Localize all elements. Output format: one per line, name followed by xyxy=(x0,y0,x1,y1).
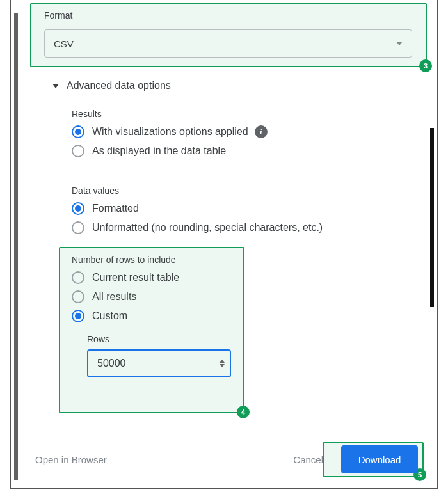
format-label: Format xyxy=(44,10,72,20)
annotation-badge-4: 4 xyxy=(237,406,250,418)
scrollbar-left xyxy=(14,13,18,480)
radio-label: Custom xyxy=(92,310,127,322)
triangle-down-icon xyxy=(52,84,59,88)
radio-icon xyxy=(72,271,84,284)
rows-group: Number of rows to include Current result… xyxy=(72,255,231,377)
radio-icon xyxy=(72,145,84,157)
results-group: Results With visualizations options appl… xyxy=(72,109,268,164)
cancel-button[interactable]: Cancel xyxy=(280,448,336,471)
rows-input-value: 50000 xyxy=(97,358,126,369)
radio-label: With visualizations options applied xyxy=(92,126,248,138)
open-in-browser-button[interactable]: Open in Browser xyxy=(30,448,112,471)
radio-label: As displayed in the data table xyxy=(92,145,226,157)
info-icon[interactable]: i xyxy=(255,125,268,138)
radio-label: Unformatted (no rounding, special charac… xyxy=(92,222,323,234)
radio-values-unformatted[interactable]: Unformatted (no rounding, special charac… xyxy=(72,221,323,234)
radio-rows-current[interactable]: Current result table xyxy=(72,271,231,284)
radio-values-formatted[interactable]: Formatted xyxy=(72,202,323,215)
radio-icon xyxy=(72,125,84,138)
rows-input-label: Rows xyxy=(87,334,231,344)
radio-label: All results xyxy=(92,291,136,303)
download-button[interactable]: Download xyxy=(341,445,418,473)
radio-icon xyxy=(72,310,84,322)
radio-label: Formatted xyxy=(92,203,139,214)
radio-icon xyxy=(72,290,84,303)
data-values-heading: Data values xyxy=(72,186,323,196)
rows-input[interactable]: 50000 xyxy=(87,349,231,377)
scrollbar-right[interactable] xyxy=(430,128,434,307)
radio-icon xyxy=(72,221,84,234)
number-stepper[interactable] xyxy=(220,360,225,367)
data-values-group: Data values Formatted Unformatted (no ro… xyxy=(72,186,323,241)
chevron-down-icon xyxy=(220,364,225,367)
format-select[interactable]: CSV xyxy=(44,29,412,58)
results-heading: Results xyxy=(72,109,268,119)
radio-results-as-displayed[interactable]: As displayed in the data table xyxy=(72,145,268,157)
chevron-up-icon xyxy=(220,360,225,363)
dialog-footer: Open in Browser Cancel Download xyxy=(30,443,418,475)
radio-icon xyxy=(72,202,84,215)
radio-rows-custom[interactable]: Custom xyxy=(72,310,231,322)
download-dialog: 3 4 5 Format CSV Advanced data options R… xyxy=(10,0,438,489)
radio-label: Current result table xyxy=(92,272,179,283)
text-cursor xyxy=(127,357,127,370)
advanced-options-label: Advanced data options xyxy=(67,80,171,91)
annotation-badge-3: 3 xyxy=(419,59,432,72)
advanced-options-toggle[interactable]: Advanced data options xyxy=(52,80,171,91)
rows-heading: Number of rows to include xyxy=(72,255,231,265)
format-select-value: CSV xyxy=(54,38,74,49)
chevron-down-icon xyxy=(396,42,403,45)
radio-rows-all[interactable]: All results xyxy=(72,290,231,303)
radio-results-visualizations[interactable]: With visualizations options applied i xyxy=(72,125,268,138)
